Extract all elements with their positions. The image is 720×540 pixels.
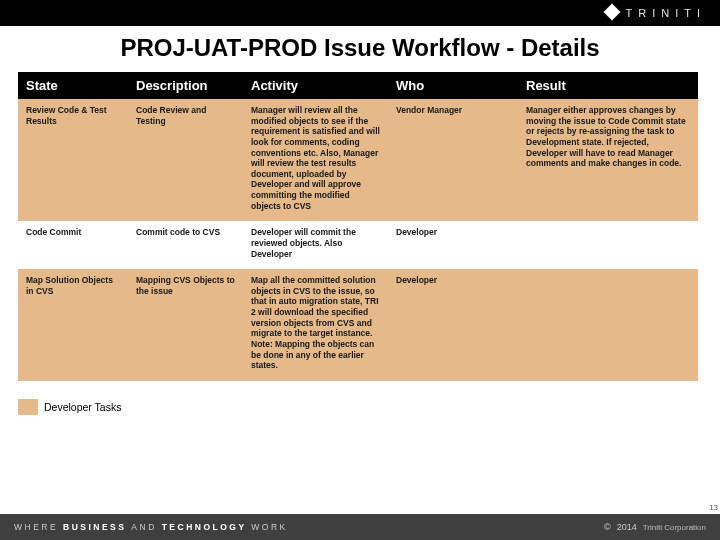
tagline-part: AND — [131, 522, 161, 532]
workflow-table: State Description Activity Who Result Re… — [18, 72, 698, 381]
footer-tagline: WHERE BUSINESS AND TECHNOLOGY WORK — [14, 522, 288, 532]
cell-act: Developer will commit the reviewed objec… — [243, 221, 388, 269]
cell-act: Manager will review all the modified obj… — [243, 99, 388, 221]
footer-copyright: © 2014 Triniti Corporation — [604, 522, 706, 532]
cell-who: Vendor Manager — [388, 99, 518, 221]
cell-who: Developer — [388, 221, 518, 269]
brand-logo-icon — [603, 4, 620, 21]
col-header-act: Activity — [243, 72, 388, 99]
cell-who: Developer — [388, 269, 518, 381]
cell-state: Review Code & Test Results — [18, 99, 128, 221]
table-header-row: State Description Activity Who Result — [18, 72, 698, 99]
cell-state: Map Solution Objects in CVS — [18, 269, 128, 381]
cell-result: Manager either approves changes by movin… — [518, 99, 698, 221]
cell-result — [518, 269, 698, 381]
col-header-result: Result — [518, 72, 698, 99]
tagline-part-bold: TECHNOLOGY — [162, 522, 252, 532]
cell-desc: Commit code to CVS — [128, 221, 243, 269]
copyright-symbol: © — [604, 522, 611, 532]
copyright-year: 2014 — [617, 522, 637, 532]
bottom-bar: WHERE BUSINESS AND TECHNOLOGY WORK © 201… — [0, 514, 720, 540]
table-row: Code Commit Commit code to CVS Developer… — [18, 221, 698, 269]
cell-act: Map all the committed solution objects i… — [243, 269, 388, 381]
col-header-state: State — [18, 72, 128, 99]
page-title: PROJ-UAT-PROD Issue Workflow - Details — [0, 34, 720, 62]
legend-swatch — [18, 399, 38, 415]
top-bar: TRINITI — [0, 0, 720, 26]
brand-name: TRINITI — [626, 7, 707, 19]
cell-result — [518, 221, 698, 269]
table-row: Map Solution Objects in CVS Mapping CVS … — [18, 269, 698, 381]
cell-desc: Mapping CVS Objects to the issue — [128, 269, 243, 381]
cell-desc: Code Review and Testing — [128, 99, 243, 221]
page-number: 13 — [709, 503, 720, 512]
legend: Developer Tasks — [18, 399, 720, 415]
cell-state: Code Commit — [18, 221, 128, 269]
tagline-part-bold: BUSINESS — [63, 522, 131, 532]
col-header-desc: Description — [128, 72, 243, 99]
copyright-corp: Triniti Corporation — [643, 523, 706, 532]
brand: TRINITI — [606, 7, 707, 19]
table-row: Review Code & Test Results Code Review a… — [18, 99, 698, 221]
legend-label: Developer Tasks — [44, 401, 121, 413]
tagline-part: WORK — [251, 522, 287, 532]
tagline-part: WHERE — [14, 522, 63, 532]
col-header-who: Who — [388, 72, 518, 99]
